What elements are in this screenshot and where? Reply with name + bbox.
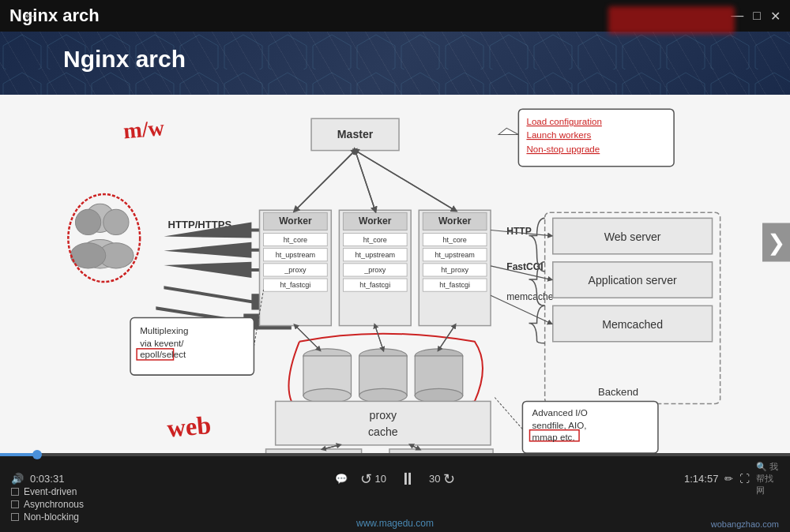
rewind-label[interactable]: 10 (375, 473, 386, 485)
title-bar-left: ← Nginx arch (9, 6, 100, 26)
master-label: Master (337, 128, 374, 140)
pencil-button[interactable]: ✏ (724, 473, 733, 485)
worker3-box: Worker ht_core ht_upstream ht_proxy ht_f… (419, 210, 491, 325)
svg-line-71 (495, 397, 522, 429)
svg-text:Non-stop upgrade: Non-stop upgrade (526, 144, 600, 154)
svg-text:ht_fastcgi: ht_fastcgi (359, 281, 390, 289)
forward-label[interactable]: 30 (429, 473, 440, 485)
watermark-bottom: www.magedu.com (356, 518, 434, 529)
svg-text:ht_upstream: ht_upstream (356, 251, 395, 259)
backend-label: Backend (598, 386, 638, 398)
forward-group: 30 ↻ (429, 470, 455, 488)
feature-item-event-driven: Event-driven (11, 486, 84, 497)
controls-bar: 🔊 0:03:31 💬 ↺ 10 ⏸ 30 ↻ 1:14:57 ✏ ⛶ 🔍 我帮… (0, 453, 790, 532)
pause-button[interactable]: ⏸ (399, 469, 416, 489)
search-label: 🔍 我帮找网 (756, 461, 779, 496)
web-server-label: Web server (604, 230, 661, 243)
settings-button[interactable]: ⛶ (739, 473, 750, 485)
app-server-label: Application server (589, 274, 677, 287)
db-worker1-arrow (295, 326, 319, 350)
checkbox-event-driven (11, 488, 19, 496)
svg-text:_proxy: _proxy (284, 266, 307, 274)
worker2-box: Worker ht_core ht_upstream _proxy ht_fas… (339, 210, 411, 325)
feature-async-label: Asynchronous (24, 499, 84, 510)
svg-point-4 (103, 209, 129, 234)
current-time: 0:03:31 (30, 473, 64, 485)
db2 (359, 349, 408, 403)
svg-text:Launch workers: Launch workers (526, 129, 591, 140)
worker1-master-arrow (295, 151, 356, 211)
users-icon (70, 204, 134, 268)
db-worker2-arrow (375, 326, 383, 350)
svg-text:ht_core: ht_core (363, 236, 387, 244)
mw-annotation: m/w (122, 115, 166, 143)
checkbox-async (11, 500, 19, 508)
diagram-title: Nginx arch (63, 46, 186, 73)
worker3-master-arrow (356, 151, 455, 211)
back-button[interactable]: ← (22, 6, 38, 24)
worker2-master-arrow (356, 151, 375, 211)
controls-left: 🔊 0:03:31 (11, 473, 106, 485)
controls-right: 1:14:57 ✏ ⛶ 🔍 我帮找网 (684, 461, 779, 496)
rewind-icon[interactable]: ↺ (360, 470, 372, 488)
svg-text:ht_core: ht_core (443, 236, 467, 244)
forward-icon[interactable]: ↻ (443, 470, 455, 488)
watermark-bottom2: wobangzhao.com (711, 519, 779, 529)
http-label: HTTP (506, 226, 532, 237)
progress-bar-container[interactable] (0, 453, 790, 456)
nav-right-button[interactable]: ❯ (762, 223, 790, 262)
svg-text:ht_core: ht_core (284, 236, 307, 244)
user-profile-blur (608, 6, 735, 34)
rewind-group: ↺ 10 (360, 470, 386, 488)
window-controls: — □ ✕ (731, 9, 781, 24)
svg-text:via kevent/: via kevent/ (140, 338, 184, 348)
memcached-label: Memcached (602, 318, 663, 331)
memcache-label: memcache (506, 291, 553, 302)
svg-text:Worker: Worker (279, 215, 312, 227)
total-time: 1:14:57 (684, 473, 718, 485)
close-button[interactable]: ✕ (770, 9, 781, 24)
controls-row: 🔊 0:03:31 💬 ↺ 10 ⏸ 30 ↻ 1:14:57 ✏ ⛶ 🔍 我帮… (0, 456, 790, 501)
svg-text:Multiplexing: Multiplexing (140, 325, 188, 335)
feature-nonblocking-label: Non-blocking (24, 511, 79, 523)
feature-list: Event-driven Asynchronous Non-blocking (11, 486, 84, 524)
db3 (415, 349, 463, 403)
advanced-io-callout: Advanced I/O sendfile, AIO, mmap etc. (495, 397, 658, 453)
feature-item-nonblocking: Non-blocking (11, 511, 84, 523)
volume-button[interactable]: 🔊 (11, 473, 24, 485)
svg-text:sendfile, AIO,: sendfile, AIO, (532, 420, 587, 430)
svg-text:_proxy: _proxy (363, 266, 386, 274)
svg-text:ht_upstream: ht_upstream (434, 251, 474, 259)
feature-event-driven-label: Event-driven (24, 486, 77, 497)
progress-dot (32, 450, 42, 459)
video-area: Nginx arch m/w HTTP/HTTPS (0, 32, 790, 453)
proxy-cache-label1: proxy (370, 409, 397, 421)
svg-text:ht_fastcgi: ht_fastcgi (280, 281, 310, 289)
svg-text:Load configuration: Load configuration (526, 116, 601, 126)
svg-marker-47 (498, 128, 518, 134)
svg-text:ht_upstream: ht_upstream (276, 251, 315, 259)
controls-center: 💬 ↺ 10 ⏸ 30 ↻ (335, 469, 456, 489)
multiplexing-callout: Multiplexing via kevent/ epoll/select (130, 290, 263, 375)
feature-item-async: Asynchronous (11, 499, 84, 510)
svg-text:Worker: Worker (359, 215, 392, 227)
worker1-box: Worker ht_core ht_upstream _proxy ht_fas… (259, 210, 331, 325)
progress-filled (0, 453, 37, 456)
maximize-button[interactable]: □ (753, 9, 761, 23)
svg-point-6 (75, 209, 100, 234)
title-bar: ← Nginx arch — □ ✕ (0, 0, 790, 32)
svg-text:Worker: Worker (438, 215, 472, 227)
proxy-cache-label2: cache (368, 425, 398, 438)
svg-text:ht_proxy: ht_proxy (441, 266, 468, 274)
svg-text:ht_fastcgi: ht_fastcgi (439, 281, 470, 289)
memcache-brace (529, 305, 544, 343)
db1 (303, 349, 352, 403)
svg-text:mmap etc.: mmap etc. (532, 432, 575, 442)
load-config-callout: Load configuration Launch workers Non-st… (498, 109, 674, 167)
captions-button[interactable]: 💬 (335, 473, 348, 485)
checkbox-nonblocking (11, 513, 19, 521)
nginx-arch-diagram: m/w HTTP/HTTPS Wor (0, 95, 790, 453)
web-annotation: web (166, 410, 213, 443)
svg-text:epoll/select: epoll/select (140, 349, 186, 359)
svg-text:Advanced I/O: Advanced I/O (532, 407, 588, 418)
